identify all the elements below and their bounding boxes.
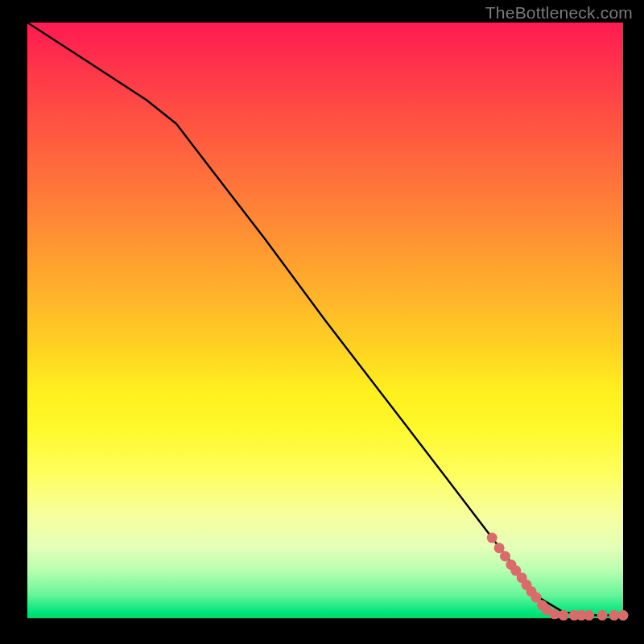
marker-dot bbox=[584, 610, 594, 621]
marker-dot bbox=[549, 609, 559, 619]
curve-line bbox=[27, 23, 623, 615]
watermark-text: TheBottleneck.com bbox=[485, 3, 633, 23]
plot-area bbox=[27, 23, 623, 618]
marker-dot bbox=[487, 533, 497, 543]
marker-dot bbox=[609, 610, 619, 621]
marker-dot bbox=[500, 551, 510, 562]
marker-dot bbox=[559, 610, 569, 621]
marker-group bbox=[487, 533, 629, 621]
chart-svg bbox=[27, 23, 623, 618]
marker-dot bbox=[618, 610, 629, 621]
chart-frame: TheBottleneck.com bbox=[0, 0, 644, 644]
marker-dot bbox=[597, 610, 608, 621]
